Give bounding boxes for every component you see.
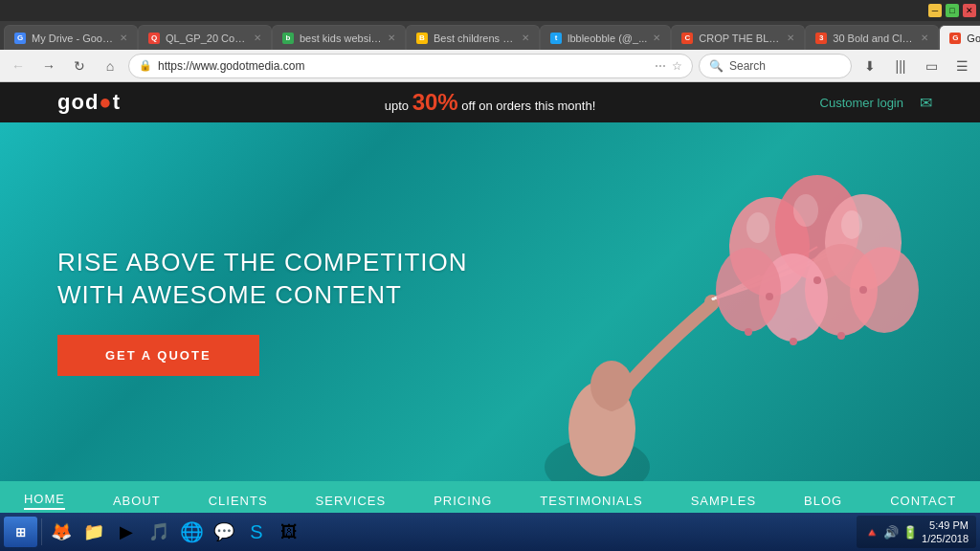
tab-close-button[interactable]: ✕ bbox=[120, 33, 127, 43]
svg-point-14 bbox=[837, 332, 845, 340]
svg-point-15 bbox=[790, 338, 797, 345]
svg-point-17 bbox=[746, 212, 769, 243]
browser-window: ─ □ ✕ GMy Drive - Goog...✕QQL_GP_20 Cool… bbox=[0, 0, 980, 513]
tab-label: 30 Bold and Cle... bbox=[833, 33, 915, 44]
layout-icon[interactable]: ▭ bbox=[919, 54, 944, 78]
browser-tab-tab4[interactable]: BBest childrens a...✕ bbox=[406, 25, 540, 50]
hero-headline-line2: WITH AWESOME CONTENT bbox=[57, 279, 468, 312]
browser-tab-tab6[interactable]: CCROP THE BLO...✕ bbox=[671, 25, 805, 50]
taskbar-chrome-icon[interactable]: 🌐 bbox=[176, 517, 207, 547]
website-content: god●t upto 30% off on orders this month!… bbox=[0, 82, 980, 513]
promo-suffix: off on orders this month! bbox=[461, 99, 595, 113]
bookmark-icon: ⋯ bbox=[655, 59, 666, 73]
reload-button[interactable]: ↻ bbox=[67, 54, 92, 78]
clock-time: 5:49 PM bbox=[922, 518, 969, 532]
search-placeholder: Search bbox=[729, 59, 766, 73]
address-input[interactable]: 🔒 https://www.godotmedia.com ⋯ ☆ bbox=[128, 54, 693, 78]
nav-link-pricing[interactable]: PRICING bbox=[434, 494, 492, 508]
browser-tab-tab8[interactable]: GGodot Content ...✕ bbox=[939, 25, 980, 50]
taskbar-folder-icon[interactable]: 📁 bbox=[78, 517, 109, 547]
taskbar: ⊞ 🦊 📁 ▶ 🎵 🌐 💬 S 🖼 🔺 🔊 🔋 5:49 PM 1/25/201… bbox=[0, 513, 980, 551]
customer-login-link[interactable]: Customer login bbox=[820, 96, 903, 110]
tab-bar: GMy Drive - Goog...✕QQL_GP_20 Cool ...✕b… bbox=[0, 21, 980, 50]
forward-button[interactable]: → bbox=[36, 54, 61, 78]
window-controls: ─ □ ✕ bbox=[928, 4, 976, 17]
svg-point-9 bbox=[716, 248, 781, 332]
svg-point-12 bbox=[813, 276, 821, 284]
tab-close-button[interactable]: ✕ bbox=[388, 33, 395, 43]
promo-text: upto 30% off on orders this month! bbox=[385, 89, 596, 116]
email-icon[interactable]: ✉ bbox=[920, 94, 932, 112]
tab-close-button[interactable]: ✕ bbox=[522, 33, 529, 43]
taskbar-skype-icon[interactable]: S bbox=[241, 517, 272, 547]
nav-link-blog[interactable]: BLOG bbox=[804, 494, 842, 508]
nav-link-home[interactable]: HOME bbox=[24, 492, 65, 510]
tab-close-button[interactable]: ✕ bbox=[653, 33, 660, 43]
bookmarks-icon[interactable]: ||| bbox=[888, 54, 913, 78]
nav-link-testimonials[interactable]: TESTIMONIALS bbox=[540, 494, 642, 508]
godot-logo: god●t bbox=[57, 90, 121, 115]
tray-volume-icon[interactable]: 🔊 bbox=[883, 525, 899, 540]
get-quote-button[interactable]: GET A QUOTE bbox=[57, 335, 259, 376]
search-box[interactable]: 🔍 Search bbox=[699, 54, 852, 78]
taskbar-music-icon[interactable]: 🎵 bbox=[144, 517, 174, 547]
taskbar-right: 🔺 🔊 🔋 5:49 PM 1/25/2018 bbox=[857, 513, 976, 551]
browser-tab-tab1[interactable]: GMy Drive - Goog...✕ bbox=[4, 25, 138, 50]
tab-favicon: b bbox=[282, 33, 294, 44]
tab-label: CROP THE BLO... bbox=[699, 33, 781, 44]
back-button[interactable]: ← bbox=[6, 54, 31, 78]
balloons-illustration bbox=[521, 142, 923, 481]
nav-link-samples[interactable]: SAMPLES bbox=[691, 494, 756, 508]
promo-percent: 30% bbox=[412, 89, 458, 115]
tab-label: Best childrens a... bbox=[434, 33, 516, 44]
taskbar-firefox-icon[interactable]: 🦊 bbox=[46, 517, 77, 547]
title-bar: ─ □ ✕ bbox=[0, 0, 980, 21]
minimize-button[interactable]: ─ bbox=[928, 4, 942, 17]
svg-point-18 bbox=[793, 194, 818, 227]
clock: 5:49 PM 1/25/2018 bbox=[922, 518, 969, 546]
tab-favicon: t bbox=[550, 33, 562, 44]
start-button[interactable]: ⊞ bbox=[4, 517, 37, 547]
nav-link-about[interactable]: ABOUT bbox=[113, 494, 161, 508]
browser-tab-tab2[interactable]: QQL_GP_20 Cool ...✕ bbox=[138, 25, 272, 50]
taskbar-divider bbox=[41, 518, 42, 545]
tab-label: Godot Content ... bbox=[967, 33, 980, 44]
taskbar-media-icon[interactable]: ▶ bbox=[111, 517, 142, 547]
taskbar-photo-icon[interactable]: 🖼 bbox=[274, 517, 304, 547]
search-icon: 🔍 bbox=[709, 59, 724, 73]
home-button[interactable]: ⌂ bbox=[98, 54, 122, 78]
tab-close-button[interactable]: ✕ bbox=[787, 33, 794, 43]
tab-favicon: C bbox=[681, 33, 693, 44]
maximize-button[interactable]: □ bbox=[946, 4, 959, 17]
browser-tab-tab7[interactable]: 330 Bold and Cle...✕ bbox=[805, 25, 939, 50]
browser-tab-tab5[interactable]: tlbbleobble (@_...✕ bbox=[540, 25, 671, 50]
tab-favicon: G bbox=[14, 33, 26, 44]
bottom-nav: HOMEABOUTCLIENTSSERVICESPRICINGTESTIMONI… bbox=[0, 481, 980, 513]
hero-text: RISE ABOVE THE COMPETITION WITH AWESOME … bbox=[57, 247, 468, 376]
tab-favicon: G bbox=[949, 33, 961, 44]
tab-label: My Drive - Goog... bbox=[32, 33, 114, 44]
svg-point-19 bbox=[841, 210, 862, 239]
browser-tab-tab3[interactable]: bbest kids websit...✕ bbox=[272, 25, 406, 50]
svg-point-16 bbox=[745, 328, 752, 336]
tab-close-button[interactable]: ✕ bbox=[921, 33, 928, 43]
star-icon: ☆ bbox=[672, 59, 682, 73]
address-bar: ← → ↻ ⌂ 🔒 https://www.godotmedia.com ⋯ ☆… bbox=[0, 50, 980, 82]
close-button[interactable]: ✕ bbox=[963, 4, 976, 17]
promo-prefix: upto bbox=[385, 99, 409, 113]
hero-section: RISE ABOVE THE COMPETITION WITH AWESOME … bbox=[0, 122, 980, 481]
tab-label: best kids websit... bbox=[300, 33, 382, 44]
clock-date: 1/25/2018 bbox=[922, 532, 969, 545]
tab-favicon: B bbox=[416, 33, 428, 44]
promo-bar: god●t upto 30% off on orders this month!… bbox=[0, 82, 980, 122]
url-text: https://www.godotmedia.com bbox=[158, 59, 649, 73]
download-icon[interactable]: ⬇ bbox=[858, 54, 882, 78]
nav-link-services[interactable]: SERVICES bbox=[316, 494, 387, 508]
nav-link-contact[interactable]: CONTACT bbox=[890, 494, 956, 508]
tab-close-button[interactable]: ✕ bbox=[254, 33, 261, 43]
menu-icon[interactable]: ☰ bbox=[949, 54, 974, 78]
svg-point-13 bbox=[859, 286, 867, 294]
taskbar-chat-icon[interactable]: 💬 bbox=[209, 517, 239, 547]
nav-link-clients[interactable]: CLIENTS bbox=[209, 494, 268, 508]
system-tray: 🔺 🔊 🔋 5:49 PM 1/25/2018 bbox=[857, 516, 976, 548]
